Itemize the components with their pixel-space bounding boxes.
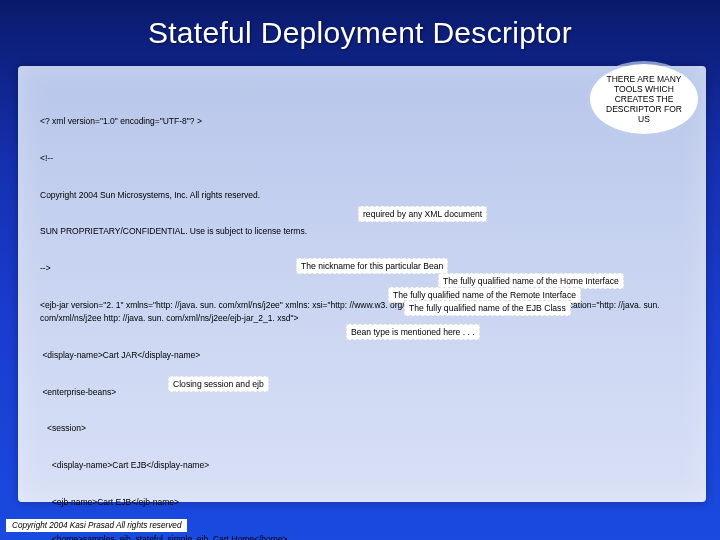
note-closing: Closing session and ejb	[168, 376, 269, 392]
code-line: <ejb-name>Cart EJB</ejb-name>	[40, 496, 684, 508]
code-line: SUN PROPRIETARY/CONFIDENTIAL. Use is sub…	[40, 225, 684, 237]
code-line: Copyright 2004 Sun Microsystems, Inc. Al…	[40, 189, 684, 201]
code-line: <!--	[40, 152, 684, 164]
note-nickname: The nickname for this particular Bean	[296, 258, 448, 274]
slide: Stateful Deployment Descriptor THERE ARE…	[0, 0, 720, 540]
note-bean-type: Bean type is mentioned here . . .	[346, 324, 480, 340]
xml-code: <? xml version="1.0" encoding="UTF-8"? >…	[40, 90, 684, 540]
code-line: <home>samples. ejb. stateful. simple. ej…	[40, 533, 684, 540]
content-panel: THERE ARE MANY TOOLS WHICH CREATES THE D…	[18, 66, 706, 502]
callout-balloon: THERE ARE MANY TOOLS WHICH CREATES THE D…	[590, 64, 698, 134]
code-line: <display-name>Cart JAR</display-name>	[40, 349, 684, 361]
code-line: <display-name>Cart EJB</display-name>	[40, 459, 684, 471]
note-ejb-class: The fully qualified name of the EJB Clas…	[404, 300, 571, 316]
code-line: <ejb-jar version="2. 1" xmlns="http: //j…	[40, 299, 684, 324]
code-line: <enterprise-beans>	[40, 386, 684, 398]
code-line: <session>	[40, 422, 684, 434]
note-xml-required: required by any XML document	[358, 206, 487, 222]
callout-text: THERE ARE MANY TOOLS WHICH CREATES THE D…	[600, 74, 688, 125]
slide-title: Stateful Deployment Descriptor	[0, 0, 720, 50]
code-line: <? xml version="1.0" encoding="UTF-8"? >	[40, 115, 684, 127]
copyright-footer: Copyright 2004 Kasi Prasad All rights re…	[6, 519, 187, 532]
